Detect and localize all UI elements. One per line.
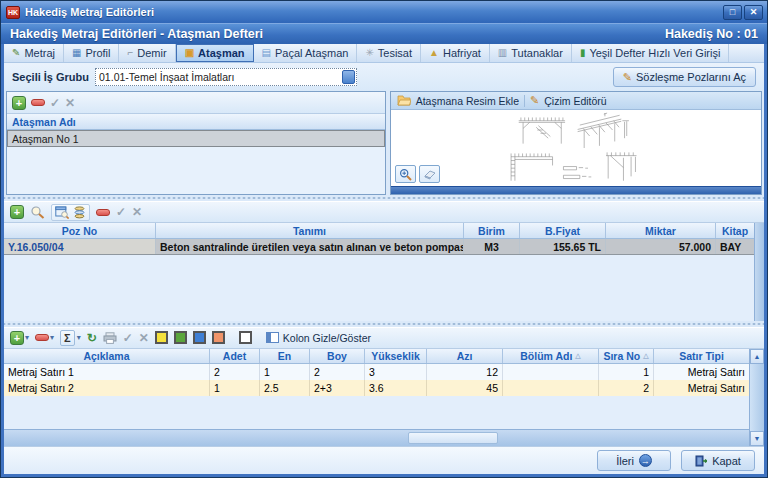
refresh-icon[interactable]: ↻ (87, 332, 97, 344)
tab-atasman[interactable]: ▣Ataşman (176, 44, 254, 62)
metraj-grid: Açıklama Adet En Boy Yükseklik Azı Bölüm… (4, 349, 764, 447)
col-aciklama[interactable]: Açıklama (4, 349, 210, 363)
poz-grid: Poz No Tanımı Birim B.Fiyat Miktar Kitap… (4, 223, 764, 321)
tab-tutanaklar[interactable]: ▥Tutanaklar (490, 44, 572, 62)
search-poz-icon[interactable] (30, 205, 45, 219)
profil-icon: ▦ (72, 48, 81, 58)
ileri-button[interactable]: İleri → (597, 450, 671, 471)
tab-tesisat[interactable]: ✳Tesisat (357, 44, 421, 62)
col-poz-no[interactable]: Poz No (4, 223, 156, 238)
metraj-row[interactable]: Metraj Satırı 1 2 1 2 3 12 1 Metraj Satı… (4, 364, 749, 380)
col-boy[interactable]: Boy (310, 349, 365, 363)
cell-en: 2.5 (260, 380, 310, 396)
hscroll-thumb[interactable] (408, 432, 498, 444)
attachment-column-header[interactable]: Ataşman Adı (7, 114, 385, 130)
maximize-button[interactable]: □ (723, 5, 742, 20)
add-poz-button[interactable]: + (10, 205, 24, 219)
image-scrollbar[interactable] (391, 186, 761, 194)
col-azi[interactable]: Azı (427, 349, 503, 363)
cancel-icon[interactable]: ✕ (65, 97, 75, 109)
delete-attachment-button[interactable] (31, 99, 45, 106)
cell-tanimi: Beton santralinde üretilen veya satın al… (156, 239, 464, 254)
poz-vertical-scrollbar[interactable] (754, 223, 764, 321)
forward-arrow-icon: → (639, 454, 652, 467)
attachment-panel: + ✓ ✕ Ataşman Adı Ataşman No 1 (6, 91, 386, 195)
kapat-button[interactable]: Kapat (681, 450, 755, 471)
kolon-gizle-goster-button[interactable]: Kolon Gizle/Göster (266, 332, 371, 344)
metraj-toolbar: + ▾ ▾ Σ ▾ ↻ ✓ ✕ (4, 327, 764, 349)
tab-hafriyat[interactable]: ▲Hafriyat (421, 44, 490, 62)
col-adet[interactable]: Adet (210, 349, 260, 363)
scroll-track[interactable] (750, 364, 764, 432)
title-bar: HK Hakediş Metraj Editörleri □ ✕ (1, 1, 767, 23)
scroll-up-button[interactable]: ▲ (750, 349, 764, 364)
col-birim[interactable]: Birim (464, 223, 520, 238)
tab-demir[interactable]: ⌐Demir (119, 44, 175, 62)
color-swatch-blue[interactable] (193, 331, 206, 344)
color-swatch-orange[interactable] (212, 331, 225, 344)
poz-row[interactable]: Y.16.050/04 Beton santralinde üretilen v… (4, 239, 754, 255)
cell-poz-no: Y.16.050/04 (4, 239, 156, 254)
color-swatch-green[interactable] (174, 331, 187, 344)
delete-row-dropdown[interactable]: ▾ (35, 333, 54, 342)
add-image-button[interactable]: Ataşmana Resim Ekle (416, 95, 519, 107)
col-yukseklik[interactable]: Yükseklik (365, 349, 427, 363)
cell-aciklama: Metraj Satırı 2 (4, 380, 210, 396)
drawing-editor-button[interactable]: Çizim Editörü (544, 95, 606, 107)
tab-label: Yeşil Defter Hızlı Veri Girişi (589, 47, 720, 59)
col-label: Bölüm Adı (520, 350, 572, 362)
cancel-icon[interactable]: ✕ (132, 206, 142, 218)
cell-boy: 2 (310, 364, 365, 380)
scroll-down-button[interactable]: ▼ (750, 431, 764, 446)
print-icon[interactable] (103, 332, 117, 344)
sozlesme-pozlari-button[interactable]: ✎ Sözleşme Pozlarını Aç (613, 67, 756, 87)
metraj-horizontal-scrollbar[interactable] (4, 429, 749, 446)
tab-metraj[interactable]: ✎Metraj (4, 44, 64, 62)
delete-poz-button[interactable] (96, 209, 110, 216)
tab-yesil-defter[interactable]: ▮Yeşil Defter Hızlı Veri Girişi (572, 44, 730, 62)
window-content: ✎Metraj ▦Profil ⌐Demir ▣Ataşman ▤Paçal A… (1, 44, 767, 477)
tab-label: Metraj (24, 47, 55, 59)
poz-tree-icon[interactable] (73, 206, 86, 219)
tab-profil[interactable]: ▦Profil (64, 44, 120, 62)
is-grubu-combo[interactable]: 01.01-Temel İnşaat İmalatları (95, 68, 357, 86)
col-satir-tipi[interactable]: Satır Tipi (654, 349, 749, 363)
col-kitap[interactable]: Kitap (716, 223, 754, 238)
color-swatch-white[interactable] (239, 331, 252, 344)
add-attachment-button[interactable]: + (12, 96, 26, 110)
col-label: Sıra No (603, 350, 640, 362)
canvas-tools (395, 165, 440, 183)
metraj-vertical-scrollbar[interactable]: ▲ ▼ (749, 349, 764, 447)
metraj-row[interactable]: Metraj Satırı 2 1 2.5 2+3 3.6 45 2 Metra… (4, 380, 749, 396)
combo-browse-button[interactable] (342, 70, 355, 84)
apply-icon[interactable]: ✓ (123, 332, 133, 344)
sum-dropdown[interactable]: Σ ▾ (60, 330, 81, 346)
col-bolum-adi[interactable]: Bölüm Adı△ (503, 349, 599, 363)
exit-door-icon (695, 455, 707, 467)
attachment-row[interactable]: Ataşman No 1 (7, 130, 385, 147)
is-grubu-label: Seçili İş Grubu (12, 71, 89, 83)
cell-bolum-adi (503, 380, 599, 396)
col-miktar[interactable]: Miktar (606, 223, 716, 238)
zoom-magnifier-button[interactable] (395, 165, 416, 183)
tutanaklar-icon: ▥ (498, 48, 507, 58)
poz-grid-header: Poz No Tanımı Birim B.Fiyat Miktar Kitap (4, 223, 754, 239)
cancel-icon[interactable]: ✕ (139, 332, 149, 344)
eraser-button[interactable] (419, 165, 440, 183)
col-en[interactable]: En (260, 349, 310, 363)
tab-label: Paçal Ataşman (275, 47, 348, 59)
col-bfiyat[interactable]: B.Fiyat (520, 223, 606, 238)
add-row-dropdown[interactable]: + ▾ (10, 331, 29, 345)
hafriyat-icon: ▲ (429, 48, 439, 58)
color-swatch-yellow[interactable] (155, 331, 168, 344)
pacal-atasman-icon: ▤ (262, 48, 271, 58)
filter-row: Seçili İş Grubu 01.01-Temel İnşaat İmala… (4, 63, 764, 91)
col-sira-no[interactable]: Sıra No△ (599, 349, 654, 363)
poz-window-search-icon[interactable] (55, 206, 69, 219)
close-button[interactable]: ✕ (744, 5, 763, 20)
tab-label: Demir (137, 47, 166, 59)
col-tanimi[interactable]: Tanımı (156, 223, 464, 238)
apply-icon[interactable]: ✓ (50, 97, 60, 109)
apply-icon[interactable]: ✓ (116, 206, 126, 218)
tab-pacal-atasman[interactable]: ▤Paçal Ataşman (254, 44, 358, 62)
